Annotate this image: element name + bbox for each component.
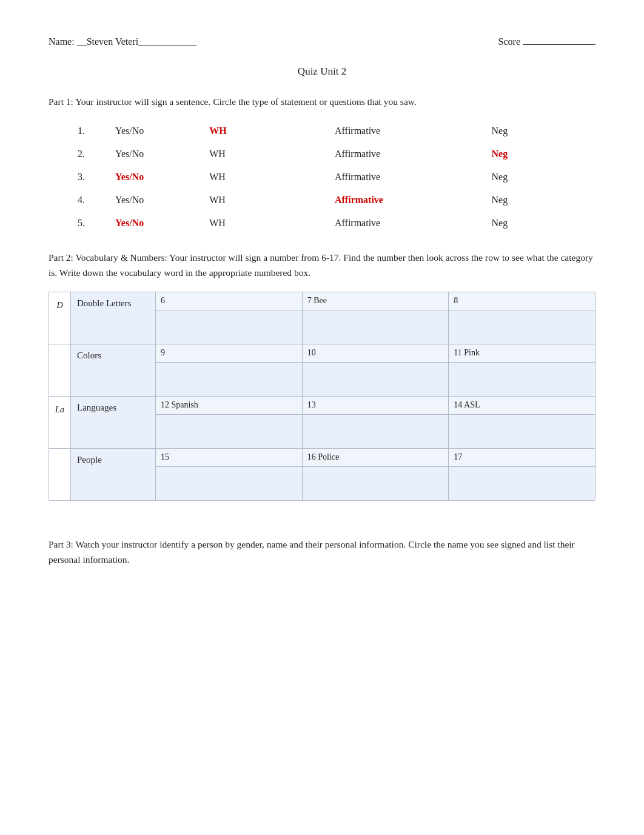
row-number: 5.	[67, 212, 104, 235]
box-number-header: 8	[449, 292, 595, 310]
part1-row: 4.Yes/NoWHAffirmativeNeg	[67, 189, 559, 212]
neg-option: Neg	[481, 143, 559, 166]
box-content	[303, 415, 449, 448]
vocab-box: 6	[156, 292, 303, 344]
box-number-header: 15	[156, 449, 302, 467]
box-content	[303, 467, 449, 500]
vocab-box: 12 Spanish	[156, 397, 303, 448]
part2-instruction: Part 2: Vocabulary & Numbers: Your instr…	[49, 250, 595, 281]
wh-option: WH	[198, 212, 324, 235]
affirmative-option: Affirmative	[324, 143, 481, 166]
yesno-option: Yes/No	[104, 212, 198, 235]
part1-row: 3.Yes/NoWHAffirmativeNeg	[67, 166, 559, 189]
boxes-area: 15 16 Police17	[156, 449, 595, 500]
boxes-area: 12 Spanish13 14 ASL	[156, 397, 595, 448]
score-label: Score	[498, 36, 520, 47]
category-name: Colors	[71, 344, 156, 396]
yesno-option: Yes/No	[104, 166, 198, 189]
category-name: Double Letters	[71, 292, 156, 344]
wh-option: WH	[198, 119, 324, 143]
affirmative-option: Affirmative	[324, 166, 481, 189]
section-left-label	[49, 344, 70, 397]
vocab-box: 16 Police	[303, 449, 449, 500]
box-number-header: 16 Police	[303, 449, 449, 467]
neg-option: Neg	[481, 166, 559, 189]
header: Name: __Steven Veteri____________ Score	[49, 36, 595, 47]
part3-instruction: Part 3: Watch your instructor identify a…	[49, 537, 595, 568]
wh-option: WH	[198, 189, 324, 212]
box-content	[156, 415, 302, 448]
box-number-header: 10	[303, 344, 449, 363]
boxes-area: 910 11 Pink	[156, 344, 595, 396]
box-content	[303, 310, 449, 344]
box-number-header: 11 Pink	[449, 344, 595, 363]
box-number-header: 6	[156, 292, 302, 310]
box-number-header: 13	[303, 397, 449, 415]
box-content	[156, 467, 302, 500]
section-left-label: D	[49, 292, 70, 344]
box-content	[156, 310, 302, 344]
box-content	[449, 415, 595, 448]
neg-option: Neg	[481, 212, 559, 235]
category-name: People	[71, 449, 156, 500]
vocab-box: 11 Pink	[449, 344, 595, 396]
vocab-box: 9	[156, 344, 303, 396]
neg-option: Neg	[481, 189, 559, 212]
part1-instruction: Part 1: Your instructor will sign a sent…	[49, 95, 595, 109]
section-left-label: La	[49, 397, 70, 449]
neg-option: Neg	[481, 119, 559, 143]
yesno-option: Yes/No	[104, 143, 198, 166]
vocab-box: 15	[156, 449, 303, 500]
vocab-section: Languages12 Spanish13 14 ASL	[71, 397, 595, 449]
row-number: 4.	[67, 189, 104, 212]
vocab-box: 13	[303, 397, 449, 448]
vocab-section: Colors910 11 Pink	[71, 344, 595, 397]
affirmative-option: Affirmative	[324, 119, 481, 143]
boxes-area: 67 Bee8	[156, 292, 595, 344]
vocab-box: 14 ASL	[449, 397, 595, 448]
section-left-label	[49, 449, 70, 500]
vocab-box: 17	[449, 449, 595, 500]
part1-row: 2.Yes/NoWHAffirmativeNeg	[67, 143, 559, 166]
vocab-grid: DLa Double Letters67 Bee8 Colors910 11 P…	[49, 292, 595, 501]
part1-row: 5.Yes/NoWHAffirmativeNeg	[67, 212, 559, 235]
part1-row: 1.Yes/NoWHAffirmativeNeg	[67, 119, 559, 143]
box-number-header: 17	[449, 449, 595, 467]
vocab-box: 10	[303, 344, 449, 396]
box-content	[449, 467, 595, 500]
yesno-option: Yes/No	[104, 189, 198, 212]
box-number-header: 9	[156, 344, 302, 363]
name-field: Name: __Steven Veteri____________	[49, 36, 196, 47]
box-content	[303, 363, 449, 396]
box-content	[449, 310, 595, 344]
box-number-header: 7 Bee	[303, 292, 449, 310]
left-labels: DLa	[49, 292, 71, 500]
row-number: 3.	[67, 166, 104, 189]
vocab-box: 8	[449, 292, 595, 344]
part1-table: 1.Yes/NoWHAffirmativeNeg2.Yes/NoWHAffirm…	[67, 119, 559, 235]
affirmative-option: Affirmative	[324, 189, 481, 212]
yesno-option: Yes/No	[104, 119, 198, 143]
score-field: Score	[498, 36, 595, 47]
row-number: 1.	[67, 119, 104, 143]
vocab-box: 7 Bee	[303, 292, 449, 344]
vocab-section: Double Letters67 Bee8	[71, 292, 595, 344]
row-number: 2.	[67, 143, 104, 166]
score-underline	[523, 44, 595, 45]
wh-option: WH	[198, 166, 324, 189]
wh-option: WH	[198, 143, 324, 166]
box-number-header: 12 Spanish	[156, 397, 302, 415]
affirmative-option: Affirmative	[324, 212, 481, 235]
box-content	[449, 363, 595, 396]
box-number-header: 14 ASL	[449, 397, 595, 415]
name-label: Name: __Steven Veteri	[49, 36, 138, 47]
box-content	[156, 363, 302, 396]
quiz-title: Quiz Unit 2	[49, 65, 595, 78]
category-name: Languages	[71, 397, 156, 448]
name-underline: ____________	[138, 36, 196, 47]
sections-col: Double Letters67 Bee8 Colors910 11 PinkL…	[71, 292, 595, 500]
vocab-section: People15 16 Police17	[71, 449, 595, 500]
